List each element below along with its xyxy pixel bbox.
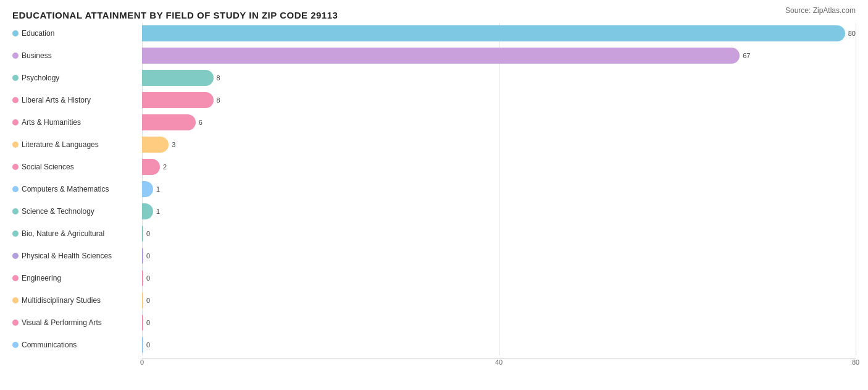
bar-label: Multidisciplinary Studies [12,296,142,305]
label-text: Physical & Health Sciences [22,252,112,260]
bar-label: Business [12,51,142,60]
label-dot [12,320,19,326]
grid-container: Education80Business67Psychology8Liberal … [12,23,856,355]
bar-fill [142,114,196,130]
label-text: Engineering [22,274,61,282]
bar-value: 0 [146,230,150,237]
bar-fill [142,226,143,242]
label-text: Visual & Performing Arts [22,318,102,327]
label-text: Computers & Mathematics [22,185,109,193]
bar-value: 0 [146,297,150,304]
bar-fill [142,203,153,219]
label-dot [12,342,19,348]
label-dot [12,275,19,281]
bar-label: Literature & Languages [12,140,142,149]
bar-fill [142,137,169,153]
bar-fill [142,159,160,175]
bar-row: Bio, Nature & Agricultural0 [12,223,856,244]
bar-label: Social Sciences [12,163,142,171]
bar-row: Liberal Arts & History8 [12,90,856,111]
x-axis: 04080 [142,358,856,370]
label-text: Liberal Arts & History [22,96,91,104]
label-dot [12,97,19,103]
bar-fill [142,337,143,353]
label-text: Business [22,51,52,60]
label-text: Psychology [22,74,59,82]
label-text: Education [22,29,54,38]
bar-row: Computers & Mathematics1 [12,179,856,200]
x-axis-label: 80 [852,358,859,366]
label-dot [12,297,19,303]
bar-label: Bio, Nature & Agricultural [12,229,142,238]
label-dot [12,119,19,125]
bar-fill [142,92,214,108]
x-axis-label: 40 [495,358,503,366]
bar-label: Liberal Arts & History [12,96,142,104]
source-label: Source: ZipAtlas.com [785,6,856,15]
label-text: Communications [22,341,77,349]
bar-track: 6 [142,114,856,130]
label-dot [12,142,19,148]
bar-track: 0 [142,292,856,308]
bar-fill [142,70,214,86]
bar-value: 0 [146,252,150,260]
bar-value: 67 [743,52,750,59]
bar-value: 3 [172,141,175,148]
bar-fill [142,315,143,331]
bar-label: Psychology [12,74,142,82]
bar-row: Communications0 [12,334,856,355]
bar-fill [142,181,153,197]
bar-row: Multidisciplinary Studies0 [12,290,856,311]
bar-row: Education80 [12,23,856,44]
bar-row: Visual & Performing Arts0 [12,312,856,333]
bar-label: Computers & Mathematics [12,185,142,193]
bar-fill [142,25,845,41]
bar-track: 1 [142,181,856,197]
label-dot [12,231,19,237]
grid-line [856,23,856,355]
label-dot [12,53,19,59]
bar-row: Social Sciences2 [12,156,856,177]
bar-value: 1 [156,208,160,215]
bar-track: 2 [142,159,856,175]
label-text: Science & Technology [22,207,94,216]
chart-title: EDUCATIONAL ATTAINMENT BY FIELD OF STUDY… [12,6,338,20]
bar-row: Business67 [12,45,856,66]
bar-track: 67 [142,48,856,64]
bar-track: 1 [142,203,856,219]
bar-label: Physical & Health Sciences [12,252,142,260]
label-text: Literature & Languages [22,140,99,149]
bar-track: 0 [142,337,856,353]
bar-fill [142,248,143,264]
bar-row: Engineering0 [12,268,856,289]
label-text: Bio, Nature & Agricultural [22,229,104,238]
label-dot [12,208,19,214]
bar-chart: Education80Business67Psychology8Liberal … [12,23,856,355]
bar-value: 0 [146,274,150,282]
bar-fill [142,292,143,308]
bar-value: 1 [156,185,160,193]
bar-row: Science & Technology1 [12,201,856,222]
bar-row: Literature & Languages3 [12,134,856,155]
bar-row: Physical & Health Sciences0 [12,245,856,266]
bar-label: Science & Technology [12,207,142,216]
chart-area: Education80Business67Psychology8Liberal … [12,23,856,370]
bar-label: Engineering [12,274,142,282]
bar-fill [142,48,740,64]
bar-row: Psychology8 [12,67,856,88]
bar-track: 0 [142,248,856,264]
label-text: Arts & Humanities [22,118,81,127]
label-dot [12,30,19,36]
bar-track: 0 [142,270,856,286]
bar-value: 8 [217,74,220,82]
bar-value: 0 [146,341,150,349]
x-axis-label: 0 [140,358,144,366]
label-dot [12,253,19,259]
label-text: Social Sciences [22,163,74,171]
bar-track: 0 [142,226,856,242]
label-text: Multidisciplinary Studies [22,296,101,305]
label-dot [12,75,19,81]
bar-value: 0 [146,319,150,326]
label-dot [12,164,19,170]
bar-row: Arts & Humanities6 [12,112,856,133]
